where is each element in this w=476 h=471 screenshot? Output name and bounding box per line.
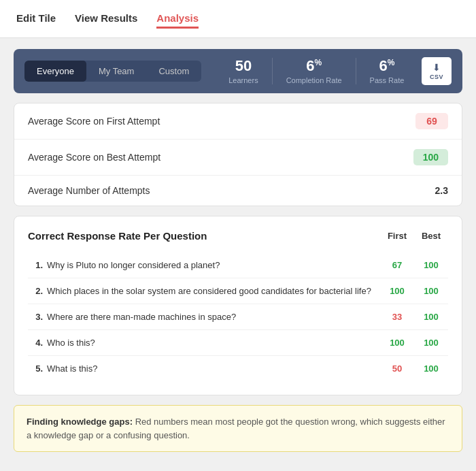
question-5-best: 100 — [414, 363, 448, 374]
knowledge-gap-bold: Finding knowledge gaps: — [27, 417, 133, 427]
question-num-3: 3. — [28, 312, 43, 322]
col-header-first: First — [380, 231, 414, 241]
question-row-2: 2. Which places in the solar system are … — [28, 278, 448, 304]
question-5-first: 50 — [380, 363, 414, 374]
audience-tabs: Everyone My Team Custom — [24, 61, 201, 82]
first-attempt-label: Average Score on First Attempt — [28, 116, 160, 127]
top-nav: Edit Tile View Results Analysis — [0, 0, 476, 38]
tab-custom[interactable]: Custom — [146, 61, 201, 82]
question-num-5: 5. — [28, 363, 43, 374]
questions-card: Correct Response Rate Per Question First… — [14, 216, 462, 395]
question-row-3: 3. Where are there man-made machines in … — [28, 304, 448, 330]
question-3-best: 100 — [414, 312, 448, 322]
stat-pass-rate: 6% Pass Rate — [356, 58, 418, 84]
learners-value: 50 — [235, 58, 252, 74]
score-row-best-attempt: Average Score on Best Attempt 100 — [14, 140, 462, 176]
csv-download-button[interactable]: ⬇ CSV — [422, 57, 452, 85]
question-row-4: 4. Who is this? 100 100 — [28, 330, 448, 356]
question-1-best: 100 — [414, 260, 448, 270]
best-attempt-label: Average Score on Best Attempt — [28, 152, 160, 163]
question-1-first: 67 — [380, 260, 414, 270]
question-text-4: Who is this? — [47, 338, 380, 348]
pass-rate-label: Pass Rate — [370, 76, 405, 84]
col-header-best: Best — [414, 231, 448, 241]
tab-everyone[interactable]: Everyone — [24, 61, 86, 82]
question-3-first: 33 — [380, 312, 414, 322]
question-num-4: 4. — [28, 338, 43, 348]
completion-rate-value: 6% — [306, 58, 322, 74]
stat-learners: 50 Learners — [215, 58, 272, 84]
stat-completion-rate: 6% Completion Rate — [273, 58, 356, 84]
nav-edit-tile[interactable]: Edit Tile — [16, 10, 56, 29]
questions-title: Correct Response Rate Per Question — [28, 230, 380, 242]
questions-header: Correct Response Rate Per Question First… — [28, 230, 448, 242]
question-num-1: 1. — [28, 260, 43, 270]
completion-rate-label: Completion Rate — [286, 76, 342, 84]
nav-view-results[interactable]: View Results — [75, 10, 137, 29]
best-attempt-value: 100 — [413, 149, 448, 165]
avg-attempts-label: Average Number of Attempts — [28, 185, 150, 196]
stats-bar: Everyone My Team Custom 50 Learners 6% C… — [14, 49, 462, 93]
knowledge-gap-notice: Finding knowledge gaps: Red numbers mean… — [14, 405, 462, 452]
question-4-first: 100 — [380, 338, 414, 348]
question-2-first: 100 — [380, 286, 414, 296]
question-2-best: 100 — [414, 286, 448, 296]
download-icon: ⬇ — [432, 62, 441, 73]
pass-rate-value: 6% — [379, 58, 394, 74]
question-row-5: 5. What is this? 50 100 — [28, 356, 448, 381]
question-text-1: Why is Pluto no longer considered a plan… — [47, 260, 380, 270]
csv-label: CSV — [430, 74, 443, 80]
question-text-3: Where are there man-made machines in spa… — [47, 312, 380, 322]
score-card: Average Score on First Attempt 69 Averag… — [14, 103, 462, 206]
nav-analysis[interactable]: Analysis — [156, 10, 199, 29]
question-row-1: 1. Why is Pluto no longer considered a p… — [28, 253, 448, 278]
main-content: Everyone My Team Custom 50 Learners 6% C… — [0, 38, 476, 463]
tab-my-team[interactable]: My Team — [86, 61, 147, 82]
question-num-2: 2. — [28, 286, 43, 296]
first-attempt-value: 69 — [415, 113, 448, 129]
score-row-avg-attempts: Average Number of Attempts 2.3 — [14, 176, 462, 206]
learners-label: Learners — [228, 76, 258, 84]
question-text-5: What is this? — [47, 363, 380, 374]
score-row-first-attempt: Average Score on First Attempt 69 — [14, 103, 462, 140]
question-text-2: Which places in the solar system are con… — [47, 286, 380, 296]
avg-attempts-value: 2.3 — [435, 185, 448, 196]
question-4-best: 100 — [414, 338, 448, 348]
